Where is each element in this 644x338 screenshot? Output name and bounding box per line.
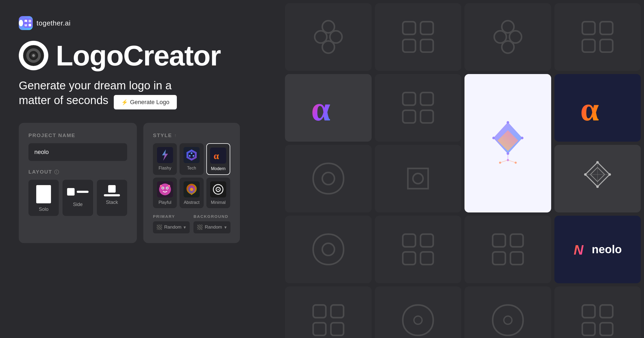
hero-logo-circle	[19, 41, 48, 70]
style-item-abstract[interactable]: Abstract	[180, 178, 203, 208]
svg-rect-45	[420, 93, 433, 105]
svg-line-62	[508, 160, 515, 163]
layout-option-solo[interactable]: Solo	[28, 180, 59, 216]
logo-cell-10[interactable]	[375, 145, 462, 212]
hero-subtitle-area: Generate your dream logo in a matter of …	[19, 78, 263, 109]
logo-cell-2[interactable]	[375, 3, 462, 71]
svg-rect-76	[403, 234, 415, 247]
svg-point-14	[189, 155, 191, 157]
svg-rect-40	[600, 22, 613, 34]
svg-text:α: α	[214, 150, 219, 161]
background-color-value: Random	[205, 225, 222, 230]
primary-color-select[interactable]: Random ▾	[153, 221, 190, 233]
page-title: LogoCreator	[56, 41, 221, 70]
style-item-label-flashy: Flashy	[159, 166, 171, 171]
left-panel: together.ai LogoCreator Generate your dr…	[0, 0, 282, 338]
logo-cell-14[interactable]	[375, 216, 462, 283]
svg-rect-42	[600, 39, 613, 52]
stack-icon-square	[108, 185, 116, 193]
svg-point-75	[322, 243, 334, 255]
neolo-text-display: neolo	[592, 243, 622, 256]
svg-text:α: α	[580, 91, 599, 128]
svg-rect-88	[331, 323, 343, 335]
primary-chevron-icon: ▾	[184, 225, 186, 230]
svg-rect-93	[582, 323, 595, 335]
primary-color-group: PRIMARY Random ▾	[153, 214, 190, 233]
primary-color-label: PRIMARY	[153, 214, 190, 219]
svg-rect-39	[582, 22, 595, 34]
form-row: PROJECT NAME LAYOUT i Solo	[19, 123, 263, 243]
main-container: together.ai LogoCreator Generate your dr…	[0, 0, 644, 338]
logo-cell-gradient-alpha[interactable]: α	[285, 74, 372, 142]
background-color-select[interactable]: Random ▾	[193, 221, 230, 233]
svg-rect-78	[403, 252, 415, 264]
svg-text:α: α	[311, 90, 330, 128]
logo-gallery-grid: α	[282, 0, 644, 338]
svg-point-8	[32, 54, 35, 57]
flashy-icon	[157, 147, 173, 163]
brand-bar: together.ai	[19, 16, 263, 30]
svg-rect-82	[493, 252, 505, 264]
logo-cell-alpha-navy[interactable]: α	[554, 74, 641, 142]
logo-cell-9[interactable]	[285, 145, 372, 212]
style-item-tech[interactable]: Tech	[180, 143, 203, 175]
svg-rect-87	[313, 323, 326, 335]
logo-cell-featured-diamond[interactable]	[464, 74, 551, 212]
logo-cell-4[interactable]	[554, 3, 641, 71]
hero-subtitle: Generate your dream logo in a matter of …	[19, 78, 201, 109]
svg-point-13	[193, 155, 194, 157]
layout-option-label-side: Side	[73, 202, 83, 207]
logo-cell-neolo[interactable]: N neolo	[554, 216, 641, 283]
brand-logo-icon	[19, 16, 33, 30]
brand-name: together.ai	[36, 19, 71, 27]
logo-cell-19[interactable]	[464, 286, 551, 338]
style-panel: STYLE ↑	[143, 123, 240, 243]
svg-point-65	[322, 172, 334, 185]
layout-option-side[interactable]: Side	[63, 180, 93, 216]
style-item-label-minimal: Minimal	[211, 200, 226, 205]
svg-rect-77	[420, 234, 433, 247]
logo-cell-17[interactable]	[285, 286, 372, 338]
logo-cell-18[interactable]	[375, 286, 462, 338]
minimal-icon	[210, 181, 226, 197]
svg-point-26	[218, 189, 219, 190]
style-item-modern[interactable]: α Modern	[206, 143, 230, 175]
svg-rect-2	[29, 20, 31, 23]
style-label: STYLE ↑	[153, 133, 230, 138]
abstract-icon	[184, 181, 200, 197]
style-item-label-playful: Playful	[159, 200, 171, 205]
right-panel: α	[282, 0, 644, 338]
lightning-icon: ⚡	[121, 99, 128, 105]
modern-icon: α	[210, 148, 226, 164]
svg-point-23	[190, 188, 193, 191]
style-item-minimal[interactable]: Minimal	[206, 178, 230, 208]
stack-icon	[103, 185, 121, 196]
svg-point-90	[504, 316, 512, 324]
style-item-flashy[interactable]: Flashy	[153, 143, 177, 175]
svg-rect-86	[331, 305, 343, 318]
svg-point-71	[596, 161, 599, 164]
svg-point-29	[322, 21, 334, 33]
logo-cell-15[interactable]	[464, 216, 551, 283]
logo-cell-1[interactable]	[285, 3, 372, 71]
background-color-swatch	[197, 225, 203, 230]
generate-logo-button[interactable]: ⚡ Generate Logo	[114, 95, 177, 109]
logo-cell-20[interactable]	[554, 286, 641, 338]
style-grid: Flashy	[153, 143, 230, 208]
style-item-playful[interactable]: Playful	[153, 178, 177, 208]
svg-rect-46	[403, 110, 415, 123]
project-name-input[interactable]	[28, 143, 127, 161]
svg-point-38	[502, 41, 514, 53]
svg-rect-85	[313, 305, 326, 318]
layout-option-stack[interactable]: Stack	[97, 180, 127, 216]
project-layout-panel: PROJECT NAME LAYOUT i Solo	[19, 123, 137, 243]
logo-cell-diamond-wire[interactable]	[554, 145, 641, 212]
svg-point-12	[191, 152, 192, 154]
logo-cell-13[interactable]	[285, 216, 372, 283]
svg-point-66	[413, 174, 423, 184]
logo-cell-3[interactable]	[464, 3, 551, 71]
logo-cell-6[interactable]	[375, 74, 462, 142]
svg-marker-9	[162, 149, 168, 161]
svg-rect-83	[510, 252, 523, 264]
layout-info-icon: i	[54, 170, 59, 174]
